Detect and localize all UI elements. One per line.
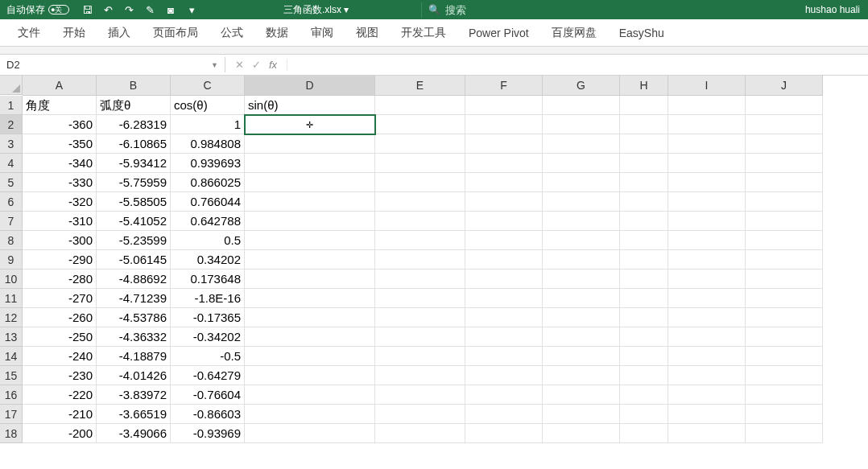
cell[interactable] — [746, 212, 823, 231]
cell[interactable] — [543, 289, 620, 308]
cell[interactable] — [746, 385, 823, 405]
cell[interactable] — [245, 154, 375, 173]
cell[interactable] — [465, 115, 543, 134]
column-header[interactable]: I — [668, 76, 746, 96]
row-header[interactable]: 1 — [0, 96, 23, 115]
row-header[interactable]: 5 — [0, 173, 23, 192]
cell[interactable] — [465, 385, 543, 405]
cell[interactable] — [746, 96, 823, 115]
ribbon-tab[interactable]: 数据 — [254, 19, 300, 47]
cell[interactable]: 0.642788 — [171, 212, 245, 231]
cell[interactable] — [375, 405, 465, 424]
search-input[interactable] — [445, 4, 526, 16]
cell[interactable] — [245, 385, 375, 405]
cell[interactable] — [620, 173, 668, 192]
cell[interactable]: -0.86603 — [171, 405, 245, 424]
row-header[interactable]: 10 — [0, 269, 23, 289]
row-header[interactable]: 14 — [0, 347, 23, 366]
cell[interactable] — [543, 173, 620, 192]
column-header[interactable]: E — [375, 76, 465, 96]
cell[interactable] — [746, 289, 823, 308]
cell[interactable] — [375, 96, 465, 115]
cell[interactable]: -260 — [23, 308, 97, 327]
qat-dropdown-icon[interactable]: ▾ — [185, 3, 198, 16]
row-header[interactable]: 8 — [0, 231, 23, 250]
cell[interactable]: 弧度θ — [97, 96, 171, 115]
cell[interactable]: -3.66519 — [97, 405, 171, 424]
cell[interactable] — [668, 192, 746, 212]
cell[interactable] — [668, 173, 746, 192]
cell[interactable] — [465, 347, 543, 366]
cell[interactable]: -230 — [23, 366, 97, 385]
cell[interactable] — [668, 308, 746, 327]
row-header[interactable]: 13 — [0, 327, 23, 347]
cell[interactable] — [668, 96, 746, 115]
cell[interactable] — [668, 289, 746, 308]
cell[interactable]: -5.58505 — [97, 192, 171, 212]
ribbon-tab[interactable]: 页面布局 — [142, 19, 209, 47]
cell[interactable] — [245, 424, 375, 443]
cell[interactable] — [620, 366, 668, 385]
cell[interactable] — [465, 308, 543, 327]
column-header[interactable]: J — [746, 76, 823, 96]
cell[interactable] — [746, 173, 823, 192]
cell[interactable] — [543, 366, 620, 385]
cell[interactable] — [465, 212, 543, 231]
cell[interactable] — [620, 269, 668, 289]
cell[interactable] — [245, 192, 375, 212]
cell[interactable]: 0.34202 — [171, 250, 245, 269]
name-box[interactable]: D2 ▼ — [0, 57, 225, 72]
ribbon-tab[interactable]: 文件 — [6, 19, 52, 47]
cell[interactable] — [746, 366, 823, 385]
cell[interactable] — [543, 192, 620, 212]
undo-icon[interactable]: ↶ — [101, 3, 114, 16]
cell[interactable] — [245, 134, 375, 154]
cell[interactable] — [543, 115, 620, 134]
cell[interactable]: -4.36332 — [97, 327, 171, 347]
cell[interactable] — [245, 231, 375, 250]
search-box[interactable]: 🔍 — [421, 2, 797, 18]
cell[interactable] — [375, 424, 465, 443]
cell[interactable]: -0.64279 — [171, 366, 245, 385]
cell[interactable]: -1.8E-16 — [171, 289, 245, 308]
cell[interactable] — [543, 212, 620, 231]
cell[interactable]: -200 — [23, 424, 97, 443]
cell[interactable] — [375, 269, 465, 289]
cell[interactable]: 1 — [171, 115, 245, 134]
cell[interactable] — [245, 269, 375, 289]
cell[interactable] — [668, 366, 746, 385]
cell[interactable] — [245, 308, 375, 327]
row-header[interactable]: 2 — [0, 115, 23, 134]
autosave-toggle[interactable]: 自动保存 ● 关 — [0, 3, 76, 17]
cell[interactable]: -4.53786 — [97, 308, 171, 327]
cell[interactable] — [620, 192, 668, 212]
cell[interactable] — [465, 154, 543, 173]
select-all-corner[interactable] — [0, 76, 23, 95]
cell[interactable] — [620, 327, 668, 347]
cell[interactable]: -5.06145 — [97, 250, 171, 269]
cell[interactable] — [245, 173, 375, 192]
cell[interactable] — [620, 96, 668, 115]
row-header[interactable]: 17 — [0, 405, 23, 424]
cell[interactable] — [375, 115, 465, 134]
cell[interactable]: -5.41052 — [97, 212, 171, 231]
cell[interactable] — [245, 405, 375, 424]
cell[interactable] — [375, 308, 465, 327]
row-header[interactable]: 15 — [0, 366, 23, 385]
column-header[interactable]: G — [543, 76, 620, 96]
cell[interactable] — [543, 134, 620, 154]
cell[interactable] — [668, 250, 746, 269]
cell[interactable]: -4.88692 — [97, 269, 171, 289]
chevron-down-icon[interactable]: ▼ — [211, 61, 218, 69]
cell[interactable]: 0.766044 — [171, 192, 245, 212]
cancel-icon[interactable]: ✕ — [235, 59, 244, 71]
cell[interactable]: -310 — [23, 212, 97, 231]
cell[interactable] — [465, 250, 543, 269]
cell[interactable]: -6.28319 — [97, 115, 171, 134]
redo-icon[interactable]: ↷ — [122, 3, 135, 16]
save-icon[interactable]: 🖫 — [81, 3, 93, 16]
column-header[interactable]: D — [245, 76, 375, 96]
cell[interactable]: -290 — [23, 250, 97, 269]
row-header[interactable]: 7 — [0, 212, 23, 231]
cell[interactable]: -210 — [23, 405, 97, 424]
